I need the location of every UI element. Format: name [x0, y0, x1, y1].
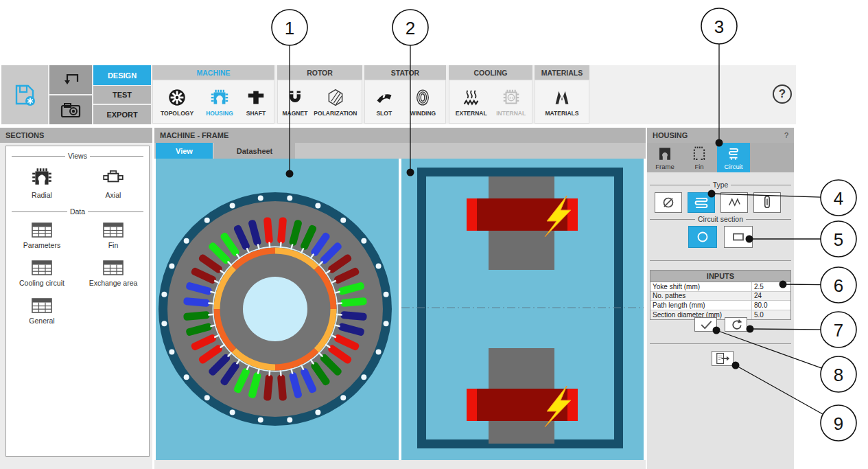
input-value-section-diameter[interactable]: 5.0 [752, 310, 790, 320]
machine-view-title: MACHINE - FRAME [154, 128, 646, 143]
housing-tabbar: Frame Fin Circuit [647, 143, 794, 172]
housing-tab-circuit[interactable]: Circuit [717, 143, 750, 172]
circuit-section-label: Circuit section [695, 215, 746, 223]
inputs-table: INPUTS Yoke shift (mm) 2.5 No. pathes 24… [650, 270, 791, 320]
type-button-wave[interactable] [720, 192, 748, 213]
axial-view-pane[interactable] [401, 159, 644, 460]
input-value-yoke-shift[interactable]: 2.5 [752, 282, 790, 291]
sections-panel-title: SECTIONS [0, 128, 152, 143]
table-icon [30, 221, 54, 239]
data-item-fin[interactable]: Fin [80, 221, 146, 249]
housing-panel-body: Type Circuit section [647, 172, 794, 469]
table-icon [30, 297, 54, 314]
mode-tab-test[interactable]: TEST [93, 86, 151, 104]
input-value-no-pathes[interactable]: 24 [752, 292, 790, 301]
table-icon [102, 221, 125, 239]
circuit-icon [725, 146, 742, 162]
housing-panel-title: HOUSING [653, 131, 688, 139]
tab-datasheet[interactable]: Datasheet [214, 143, 295, 159]
ribbon-item-label: MAGNET [283, 110, 308, 117]
shaft-icon [246, 87, 266, 108]
type-button-axial-pipe[interactable] [753, 192, 781, 213]
radial-view-icon [30, 165, 54, 189]
export-report-button[interactable] [712, 351, 734, 366]
axial-pipe-icon [760, 194, 775, 211]
internal-cooling-icon [501, 87, 521, 108]
apply-button[interactable] [694, 317, 717, 332]
ribbon-item-shaft[interactable]: SHAFT [246, 87, 266, 117]
ribbon-item-winding[interactable]: WINDING [410, 87, 436, 117]
input-value-path-length[interactable]: 80.0 [752, 301, 790, 310]
type-button-serpentine[interactable] [688, 192, 715, 213]
view-item-label: Axial [106, 191, 121, 199]
reset-button[interactable] [725, 317, 747, 332]
ribbon-item-label: HOUSING [206, 110, 233, 117]
reset-icon [730, 319, 742, 331]
axial-machine-figure [401, 159, 644, 460]
ribbon-item-polarization[interactable]: POLARIZATION [314, 87, 357, 117]
ribbon-group-materials: MATERIALS MATERIALS [535, 65, 589, 124]
ribbon-item-slot[interactable]: SLOT [375, 87, 394, 117]
views-label: Views [65, 152, 90, 160]
ribbon-item-housing[interactable]: HOUSING [206, 87, 233, 117]
mode-tab-export[interactable]: EXPORT [93, 105, 151, 124]
data-item-exchange-area[interactable]: Exchange area [80, 259, 146, 287]
camera-icon [59, 99, 82, 121]
ribbon-group-cooling: COOLING EXTERNAL [449, 65, 532, 124]
save-button[interactable] [1, 65, 48, 124]
wave-icon [725, 195, 743, 210]
table-row: Path length (mm) 80.0 [650, 301, 790, 310]
housing-tab-frame[interactable]: Frame [648, 143, 681, 172]
sections-panel-body: Views Radial [5, 146, 150, 457]
save-icon [11, 81, 38, 108]
polarization-icon [326, 87, 345, 108]
undo-arrow-icon [60, 70, 82, 89]
type-button-none[interactable] [655, 192, 682, 213]
undo-button[interactable] [49, 65, 92, 94]
fin-icon [690, 146, 708, 162]
data-item-cooling-circuit[interactable]: Cooling circuit [9, 259, 75, 287]
svg-text:3: 3 [714, 16, 724, 37]
housing-tab-label: Fin [694, 163, 703, 170]
table-row: Yoke shift (mm) 2.5 [650, 282, 790, 292]
housing-tab-fin[interactable]: Fin [683, 143, 716, 172]
section-button-circular[interactable] [688, 226, 717, 248]
table-row: Section diameter (mm) 5.0 [650, 310, 790, 320]
ribbon-item-label: INTERNAL [496, 110, 526, 117]
housing-icon [209, 87, 230, 108]
data-item-general[interactable]: General [9, 297, 75, 325]
ribbon-item-label: EXTERNAL [456, 110, 487, 117]
group-title: ROTOR [277, 65, 362, 80]
slot-icon [375, 87, 394, 108]
section-button-rectangular[interactable] [724, 226, 753, 248]
data-separator: Data [12, 207, 143, 216]
svg-text:7: 7 [834, 320, 843, 341]
ribbon-item-materials[interactable]: MATERIALS [546, 87, 579, 117]
magnet-icon [285, 87, 305, 108]
ribbon-group-stator: STATOR SLOT W [364, 65, 446, 124]
views-separator: Views [12, 152, 143, 160]
ribbon-item-magnet[interactable]: MAGNET [283, 87, 308, 117]
help-button[interactable]: ? [773, 84, 792, 104]
view-item-axial[interactable]: Axial [80, 165, 146, 199]
view-item-radial[interactable]: Radial [9, 165, 75, 199]
housing-panel-header: HOUSING ? [647, 128, 794, 143]
ribbon-item-topology[interactable]: TOPOLOGY [161, 87, 193, 117]
svg-text:1: 1 [285, 18, 294, 38]
radial-view-pane[interactable] [156, 159, 399, 460]
screenshot-button[interactable] [49, 95, 92, 124]
help-label: ? [779, 87, 786, 101]
external-cooling-icon [461, 87, 482, 108]
data-item-parameters[interactable]: Parameters [9, 221, 75, 249]
canvas-bottom-strip [154, 460, 646, 469]
topology-icon [167, 87, 187, 108]
ribbon-item-internal-cooling[interactable]: INTERNAL [496, 87, 526, 117]
svg-text:8: 8 [834, 365, 843, 385]
type-label: Type [710, 181, 731, 189]
input-label-no-pathes: No. pathes [650, 292, 752, 301]
tab-view[interactable]: View [156, 143, 213, 159]
housing-help-button[interactable]: ? [784, 131, 788, 139]
ribbon-item-external-cooling[interactable]: EXTERNAL [456, 87, 487, 117]
mode-tab-design[interactable]: DESIGN [93, 65, 151, 85]
table-icon [102, 259, 125, 277]
